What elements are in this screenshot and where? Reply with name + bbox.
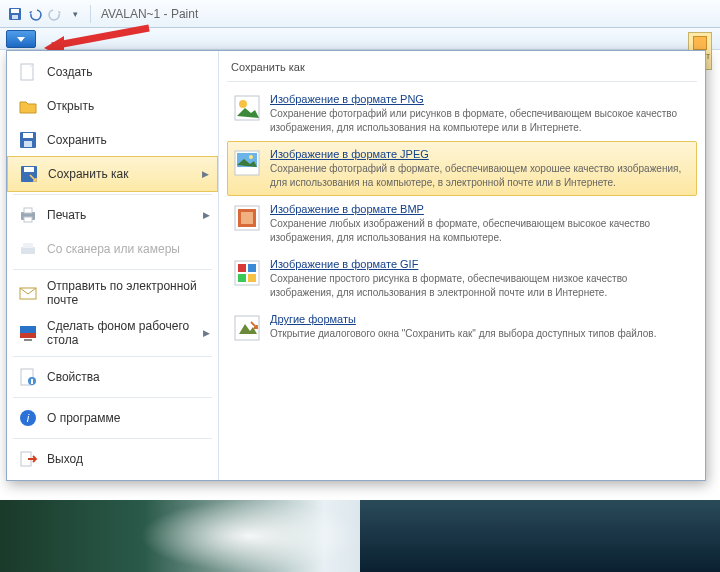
separator [13, 356, 212, 357]
svg-point-28 [249, 155, 253, 159]
save-as-icon [18, 163, 40, 185]
svg-rect-17 [24, 339, 32, 341]
qat-customize-icon[interactable]: ▾ [66, 5, 84, 23]
color1-box [693, 36, 707, 50]
svg-rect-12 [21, 247, 35, 254]
save-as-submenu: Сохранить как Изображение в формате PNG … [219, 51, 705, 480]
menu-item-label: Создать [47, 65, 93, 79]
svg-rect-31 [241, 212, 253, 224]
format-description: Сохранение любых изображений в формате, … [270, 217, 692, 244]
qat-save-icon[interactable] [6, 5, 24, 23]
menu-item-send-email[interactable]: Отправить по электронной почте [7, 273, 218, 313]
separator [13, 194, 212, 195]
svg-rect-35 [238, 274, 246, 282]
png-format-icon [232, 93, 262, 123]
svg-rect-2 [12, 15, 18, 19]
svg-rect-36 [248, 274, 256, 282]
bmp-format-icon [232, 203, 262, 233]
format-title: Изображение в формате JPEG [270, 148, 692, 160]
saveas-format-bmp[interactable]: Изображение в формате BMP Сохранение люб… [227, 196, 697, 251]
saveas-format-jpeg[interactable]: Изображение в формате JPEG Сохранение фо… [227, 141, 697, 196]
svg-rect-6 [24, 141, 32, 147]
other-formats-icon [232, 313, 262, 343]
menu-item-label: Свойства [47, 370, 100, 384]
menu-item-create[interactable]: Создать [7, 55, 218, 89]
folder-open-icon [17, 95, 39, 117]
svg-rect-1 [11, 9, 19, 13]
file-menu-button[interactable] [6, 30, 36, 48]
svg-rect-8 [24, 167, 34, 172]
separator [13, 438, 212, 439]
saveas-format-gif[interactable]: Изображение в формате GIF Сохранение про… [227, 251, 697, 306]
menu-item-label: Сохранить [47, 133, 107, 147]
chevron-down-icon [17, 37, 25, 42]
scanner-icon [17, 238, 39, 260]
desktop-wallpaper-strip [0, 500, 720, 572]
menu-item-label: Печать [47, 208, 86, 222]
qat-undo-icon[interactable] [26, 5, 44, 23]
menu-item-set-desktop[interactable]: Сделать фоном рабочего стола ▶ [7, 313, 218, 353]
format-title: Изображение в формате PNG [270, 93, 692, 105]
info-icon: i [17, 407, 39, 429]
menu-item-label: Сохранить как [48, 167, 128, 181]
menu-item-label: Отправить по электронной почте [47, 279, 208, 307]
svg-rect-5 [23, 133, 33, 138]
separator [13, 397, 212, 398]
svg-rect-16 [20, 333, 36, 338]
properties-icon [17, 366, 39, 388]
qat-redo-icon[interactable] [46, 5, 64, 23]
window-title: AVALAN~1 - Paint [101, 7, 198, 21]
saveas-format-other[interactable]: Другие форматы Открытие диалогового окна… [227, 306, 697, 350]
format-title: Изображение в формате GIF [270, 258, 692, 270]
exit-icon [17, 448, 39, 470]
submenu-header: Сохранить как [227, 57, 697, 82]
format-title: Изображение в формате BMP [270, 203, 692, 215]
submenu-arrow-icon: ▶ [203, 210, 210, 220]
menu-item-print[interactable]: Печать ▶ [7, 198, 218, 232]
saveas-format-png[interactable]: Изображение в формате PNG Сохранение фот… [227, 86, 697, 141]
menu-item-open[interactable]: Открыть [7, 89, 218, 123]
submenu-arrow-icon: ▶ [203, 328, 210, 338]
save-icon [17, 129, 39, 151]
menu-item-label: Выход [47, 452, 83, 466]
menu-item-save[interactable]: Сохранить [7, 123, 218, 157]
menu-item-label: Открыть [47, 99, 94, 113]
envelope-icon [17, 282, 39, 304]
svg-rect-10 [24, 208, 32, 213]
svg-rect-13 [23, 243, 33, 248]
file-menu-left-column: Создать Открыть Сохранить Сохранить как … [7, 51, 219, 480]
menu-item-label: О программе [47, 411, 120, 425]
format-description: Сохранение фотографий или рисунков в фор… [270, 107, 692, 134]
app-name: Paint [171, 7, 198, 21]
separator [90, 5, 91, 23]
ribbon-tab-bar [0, 28, 720, 50]
svg-rect-20 [31, 379, 33, 384]
gif-format-icon [232, 258, 262, 288]
format-description: Сохранение простого рисунка в формате, о… [270, 272, 692, 299]
printer-icon [17, 204, 39, 226]
svg-point-25 [239, 100, 247, 108]
menu-item-exit[interactable]: Выход [7, 442, 218, 476]
menu-item-save-as[interactable]: Сохранить как ▶ [7, 156, 218, 192]
menu-item-about[interactable]: i О программе [7, 401, 218, 435]
separator [13, 269, 212, 270]
desktop-background-icon [17, 322, 39, 344]
submenu-arrow-icon: ▶ [202, 169, 209, 179]
menu-item-from-scanner: Со сканера или камеры [7, 232, 218, 266]
new-file-icon [17, 61, 39, 83]
document-name: AVALAN~1 [101, 7, 160, 21]
menu-item-label: Со сканера или камеры [47, 242, 180, 256]
format-title: Другие форматы [270, 313, 692, 325]
file-menu-dropdown: Создать Открыть Сохранить Сохранить как … [6, 50, 706, 481]
jpeg-format-icon [232, 148, 262, 178]
format-description: Открытие диалогового окна "Сохранить как… [270, 327, 692, 341]
menu-item-properties[interactable]: Свойства [7, 360, 218, 394]
title-bar: ▾ AVALAN~1 - Paint [0, 0, 720, 28]
menu-item-label: Сделать фоном рабочего стола [47, 319, 208, 347]
svg-rect-33 [238, 264, 246, 272]
svg-rect-34 [248, 264, 256, 272]
format-description: Сохранение фотографий в формате, обеспеч… [270, 162, 692, 189]
svg-rect-11 [24, 217, 32, 222]
